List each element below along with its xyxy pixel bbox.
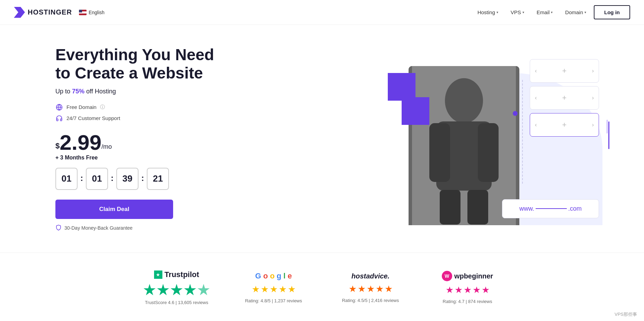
svg-point-3: [445, 78, 483, 123]
free-domain-label: Free Domain: [66, 104, 97, 110]
star-g2: ★: [261, 284, 269, 295]
globe-icon: [55, 103, 63, 111]
domain-prefix: www.: [519, 205, 534, 212]
star-4: [184, 284, 196, 296]
logo-icon: [14, 7, 25, 18]
review-trustpilot: ★ Trustpilot TrustScore 4.6 | 13,605 rev…: [142, 270, 211, 305]
dashed-vertical-line: [522, 80, 523, 184]
nav-item-hosting[interactable]: Hosting ▾: [473, 7, 503, 18]
domain-line: [536, 208, 567, 209]
left-arrow-icon-3: ‹: [535, 122, 537, 128]
chevron-down-icon: ▾: [522, 10, 524, 14]
accent-vertical-line: [608, 121, 609, 149]
logo-text: HOSTINGER: [28, 8, 72, 16]
accent-vertical-line-2: [607, 120, 608, 134]
wpbeginner-icon: W: [442, 271, 452, 281]
price-amount: 2.99: [60, 132, 101, 153]
countdown-timer: 01 : 01 : 39 : 21: [55, 168, 222, 190]
shield-icon: [55, 224, 62, 232]
trustpilot-brand: Trustpilot: [164, 270, 199, 279]
star-w5: ★: [482, 285, 490, 295]
purple-square-2: [402, 97, 429, 125]
wpbeginner-stars: ★ ★ ★ ★ ★: [446, 285, 490, 295]
svg-rect-6: [478, 123, 499, 182]
card-nav-arrows: ‹ + ›: [535, 66, 594, 75]
right-arrow-icon-3: ›: [592, 122, 594, 128]
star-h3: ★: [367, 284, 375, 294]
star-h2: ★: [358, 284, 366, 294]
trustpilot-stars: [143, 284, 210, 296]
hero-content: Everything You Need to Create a Website …: [55, 46, 222, 232]
star-g1: ★: [252, 284, 260, 295]
review-wpbeginner: W wpbeginner ★ ★ ★ ★ ★ Rating: 4.7 | 874…: [433, 271, 502, 304]
nav-item-domain[interactable]: Domain ▾: [560, 7, 591, 18]
star-w1: ★: [446, 285, 454, 295]
star-g5: ★: [288, 284, 296, 295]
ui-card-1: ‹ + ›: [530, 59, 599, 83]
hero-title: Everything You Need to Create a Website: [55, 46, 222, 82]
hero-features: Free Domain ⓘ 24/7 Customer Support: [55, 103, 222, 122]
star-w3: ★: [464, 285, 472, 295]
language-label: English: [89, 10, 105, 15]
purple-square-1: [388, 73, 415, 101]
navbar-left: HOSTINGER English: [14, 7, 105, 18]
nav-item-vps[interactable]: VPS ▾: [506, 7, 529, 18]
star-5-half: [197, 284, 210, 296]
claim-deal-button[interactable]: Claim Deal: [55, 200, 173, 219]
star-h5: ★: [385, 284, 393, 294]
feature-support: 24/7 Customer Support: [55, 114, 222, 122]
star-h1: ★: [349, 284, 357, 294]
svg-rect-7: [440, 190, 460, 224]
card-nav-arrows-2: ‹ + ›: [535, 93, 594, 102]
plus-icon: +: [562, 66, 567, 75]
left-arrow-icon: ‹: [535, 68, 537, 74]
svg-rect-8: [467, 190, 488, 224]
star-1: [143, 284, 156, 296]
hostadvice-meta: Rating: 4.5/5 | 2,416 reviews: [342, 298, 399, 303]
flag-icon: [79, 10, 87, 15]
card-nav-arrows-3: ‹ + ›: [535, 120, 594, 129]
logo[interactable]: HOSTINGER: [14, 7, 72, 18]
guarantee-text: 30-Day Money-Back Guarantee: [55, 224, 222, 232]
hero-subtitle: Up to 75% off Hosting: [55, 88, 222, 95]
countdown-sep-2: :: [111, 173, 114, 183]
countdown-sep-3: :: [141, 173, 144, 183]
chevron-down-icon: ▾: [584, 10, 586, 14]
discount-percent: 75%: [72, 88, 84, 95]
nav-item-email[interactable]: Email ▾: [532, 7, 558, 18]
ui-card-2: ‹ + ›: [530, 86, 599, 110]
price-dollar: $: [55, 141, 60, 150]
right-arrow-icon: ›: [592, 68, 594, 74]
google-brand: Google: [255, 272, 292, 281]
hero-visual: ‹ + › ‹ + › ‹ + ›: [388, 52, 589, 225]
left-arrow-icon-2: ‹: [535, 95, 537, 101]
google-stars: ★ ★ ★ ★ ★: [252, 284, 296, 295]
language-selector[interactable]: English: [79, 10, 105, 15]
wpbeginner-brand: W wpbeginner: [442, 271, 493, 281]
countdown-sep: :: [80, 173, 83, 183]
countdown-hours: 01: [55, 168, 78, 190]
google-meta: Rating: 4.8/5 | 1,237 reviews: [245, 298, 302, 303]
star-2: [157, 284, 169, 296]
trustpilot-star-icon: ★: [154, 270, 162, 279]
chevron-down-icon: ▾: [551, 10, 553, 14]
main-nav: Hosting ▾ VPS ▾ Email ▾ Domain ▾ Log in: [473, 5, 630, 19]
trustpilot-meta: TrustScore 4.6 | 13,605 reviews: [145, 300, 208, 305]
price-block: $ 2.99 /mo + 3 Months Free: [55, 132, 222, 161]
countdown-seconds: 39: [116, 168, 138, 190]
support-label: 24/7 Customer Support: [66, 115, 120, 121]
feature-free-domain: Free Domain ⓘ: [55, 103, 222, 111]
domain-suffix: .com: [568, 205, 582, 212]
navbar: HOSTINGER English Hosting ▾ VPS ▾ Email …: [0, 0, 644, 25]
plus-icon-3: +: [562, 120, 567, 129]
info-icon: ⓘ: [100, 104, 105, 110]
star-h4: ★: [376, 284, 384, 294]
star-g4: ★: [279, 284, 287, 295]
watermark: VPS那些事: [615, 311, 637, 318]
review-google: Google ★ ★ ★ ★ ★ Rating: 4.8/5 | 1,237 r…: [239, 272, 308, 303]
ui-cards: ‹ + › ‹ + › ‹ + ›: [530, 59, 599, 137]
price-period: /mo: [101, 143, 112, 150]
login-button[interactable]: Log in: [594, 5, 630, 19]
countdown-minutes: 01: [86, 168, 108, 190]
svg-rect-5: [429, 123, 450, 182]
